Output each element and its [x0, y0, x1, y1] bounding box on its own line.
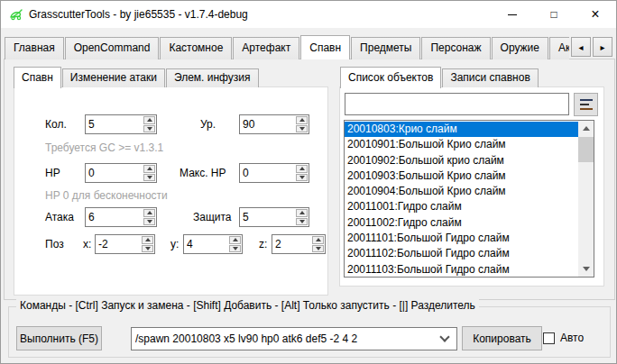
count-up-button[interactable] [143, 116, 155, 124]
count-label: Кол. [45, 114, 67, 134]
level-input[interactable] [240, 115, 295, 133]
max-hp-up-button[interactable] [296, 165, 308, 173]
pos-z-input[interactable] [272, 235, 311, 253]
level-label: Ур. [200, 114, 216, 134]
pos-y-label: y: [170, 234, 179, 254]
hp-up-button[interactable] [143, 165, 155, 173]
list-item[interactable]: 20010903:Большой Крио слайм [345, 168, 578, 184]
list-item[interactable]: 20011102:Большой Гидро слайм [345, 246, 578, 261]
list-scrollbar[interactable] [578, 121, 594, 277]
hp-stepper [85, 163, 157, 183]
pos-z-up-button[interactable] [312, 236, 324, 244]
close-button[interactable]: × [575, 1, 616, 28]
command-input[interactable] [132, 332, 441, 345]
tab-spavn[interactable]: Спавн [300, 35, 350, 59]
down-arrow-icon [316, 247, 321, 250]
list-filter-button[interactable] [574, 93, 598, 116]
entity-search-input[interactable] [345, 93, 569, 115]
tab-artefakt[interactable]: Артефакт [233, 37, 299, 59]
max-hp-label: Макс. HP [180, 163, 226, 183]
up-arrow-icon [145, 238, 151, 241]
pos-x-input[interactable] [96, 235, 141, 253]
auto-checkbox[interactable] [543, 332, 555, 344]
hp-input[interactable] [86, 164, 143, 182]
atk-up-button[interactable] [143, 209, 155, 217]
down-arrow-icon [147, 220, 152, 223]
count-down-button[interactable] [143, 125, 155, 133]
tab-personazh[interactable]: Персонаж [421, 37, 490, 59]
tab-scroll-right-button[interactable]: ▸ [593, 37, 612, 57]
level-up-button[interactable] [296, 116, 308, 124]
tab-oruzhie[interactable]: Оружие [492, 37, 548, 59]
list-item[interactable]: 20010901:Большой Крио слайм [345, 137, 578, 152]
scroll-down-button[interactable] [578, 261, 594, 277]
subtab-elem-infuziya[interactable]: Элем. инфузия [166, 68, 259, 87]
tab-predmety[interactable]: Предметы [351, 37, 420, 59]
run-button[interactable]: Выполнить (F5) [16, 326, 102, 350]
minimize-button[interactable] [492, 1, 533, 28]
tab-opencommand[interactable]: OpenCommand [65, 37, 160, 59]
maximize-icon: □ [550, 8, 557, 21]
up-arrow-icon [147, 211, 152, 214]
chevron-down-icon[interactable] [439, 332, 449, 341]
atk-input[interactable] [86, 208, 143, 226]
window-title: GrasscutterTools - by jie65535 - v1.7.4-… [29, 8, 248, 21]
up-arrow-icon [233, 238, 238, 241]
main-tab-strip: Главная OpenCommand Кастомное Артефакт С… [5, 34, 569, 59]
list-item[interactable]: 20010904:Большой Крио слайм [345, 184, 578, 199]
count-input[interactable] [86, 115, 143, 133]
copy-button[interactable]: Копировать [462, 326, 542, 350]
tab-akkaunt[interactable]: Аккаун [549, 37, 569, 59]
scroll-up-button[interactable] [578, 121, 594, 136]
list-item[interactable]: 20011103:Большой Гидро слайм [345, 262, 578, 278]
pos-x-label: x: [83, 234, 91, 254]
def-input[interactable] [240, 208, 295, 226]
pos-y-down-button[interactable] [229, 245, 241, 253]
commands-groupbox: Команды - [Ctrl] Запуск и замена - [Shif… [8, 306, 611, 358]
auto-checkbox-label: Авто [560, 332, 584, 344]
list-item[interactable]: 20010902:Большой крио слайм [345, 153, 578, 168]
max-hp-stepper [239, 163, 309, 183]
scroll-up-icon [583, 126, 590, 131]
max-hp-input[interactable] [240, 164, 295, 182]
list-item[interactable]: 20010803:Крио слайм [345, 122, 578, 137]
subtab-izmenenie-ataki[interactable]: Изменение атаки [62, 68, 165, 87]
maximize-button[interactable]: □ [533, 1, 575, 28]
hp-down-button[interactable] [143, 174, 155, 182]
pos-z-down-button[interactable] [312, 245, 324, 253]
level-down-button[interactable] [296, 125, 308, 133]
def-stepper [239, 207, 309, 227]
close-icon: × [591, 6, 599, 23]
down-arrow-icon [299, 127, 305, 131]
atk-down-button[interactable] [143, 218, 155, 226]
pos-y-up-button[interactable] [229, 236, 241, 244]
def-down-button[interactable] [296, 218, 308, 226]
up-arrow-icon [299, 167, 305, 170]
list-item[interactable]: 20011001:Гидро слайм [345, 199, 578, 214]
hp-label: HP [45, 163, 60, 183]
subtab-spavn[interactable]: Спавн [14, 67, 61, 88]
down-arrow-icon [299, 176, 305, 179]
entity-list-panel: 20010803:Крио слайм 20010901:Большой Кри… [339, 86, 604, 287]
pos-x-up-button[interactable] [142, 236, 153, 244]
entity-listbox: 20010803:Крио слайм 20010901:Большой Кри… [344, 120, 594, 278]
list-item[interactable]: 20011101:Большой Гидро слайм [345, 231, 578, 246]
up-arrow-icon [316, 238, 321, 241]
pos-y-stepper [183, 234, 243, 254]
scrollbar-thumb[interactable] [578, 137, 594, 162]
grasshopper-app-icon [9, 7, 23, 22]
list-item[interactable]: 20011002:Гидро слайм [345, 215, 578, 231]
pos-x-down-button[interactable] [142, 245, 153, 253]
atk-label: Атака [45, 207, 74, 227]
tab-kastomnoe[interactable]: Кастомное [160, 37, 232, 59]
scroll-right-icon: ▸ [600, 42, 604, 52]
max-hp-down-button[interactable] [296, 174, 308, 182]
tab-glavnaya[interactable]: Главная [5, 37, 64, 59]
subtab-zapisi-spavnov[interactable]: Записи спавнов [442, 68, 538, 87]
tab-scroll-left-button[interactable]: ◂ [571, 37, 591, 57]
spawn-form-panel: Кол. Ур. Требуется GC >= v1.3.1 HP [14, 86, 328, 296]
subtab-spisok-obektov[interactable]: Список объектов [340, 67, 441, 88]
pos-y-input[interactable] [184, 235, 228, 253]
def-up-button[interactable] [296, 209, 308, 217]
up-arrow-icon [299, 211, 305, 214]
